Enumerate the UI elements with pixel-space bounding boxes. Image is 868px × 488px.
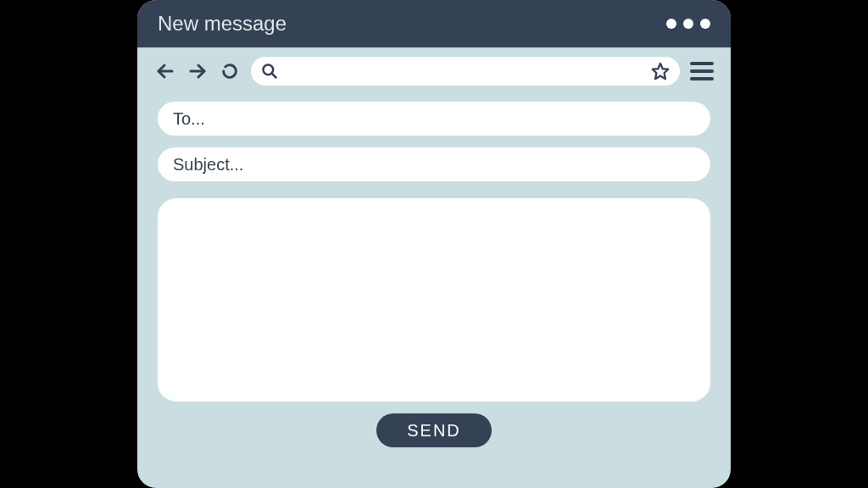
compose-form: SEND bbox=[137, 95, 731, 447]
reload-icon[interactable] bbox=[219, 60, 241, 82]
to-field[interactable] bbox=[158, 102, 710, 136]
send-row: SEND bbox=[158, 413, 710, 447]
send-button[interactable]: SEND bbox=[376, 413, 492, 447]
body-textarea[interactable] bbox=[158, 198, 710, 402]
to-input[interactable] bbox=[173, 109, 695, 129]
svg-line-3 bbox=[272, 74, 276, 78]
window-control-dot[interactable] bbox=[666, 19, 676, 29]
forward-icon[interactable] bbox=[186, 60, 209, 82]
back-icon[interactable] bbox=[154, 60, 176, 82]
address-bar[interactable] bbox=[251, 57, 680, 86]
star-icon[interactable] bbox=[651, 62, 670, 80]
menu-icon[interactable] bbox=[690, 62, 714, 80]
window-control-dot[interactable] bbox=[700, 19, 710, 29]
address-input[interactable] bbox=[285, 64, 644, 79]
message-body[interactable] bbox=[158, 198, 710, 402]
window-control-dot[interactable] bbox=[683, 19, 693, 29]
title-bar: New message bbox=[137, 0, 731, 47]
search-icon bbox=[261, 63, 278, 80]
window-title: New message bbox=[158, 12, 287, 36]
toolbar bbox=[137, 47, 731, 95]
window-controls bbox=[666, 19, 710, 29]
subject-field[interactable] bbox=[158, 147, 710, 181]
subject-input[interactable] bbox=[173, 155, 695, 175]
svg-marker-4 bbox=[653, 64, 668, 79]
compose-window: New message bbox=[137, 0, 731, 488]
